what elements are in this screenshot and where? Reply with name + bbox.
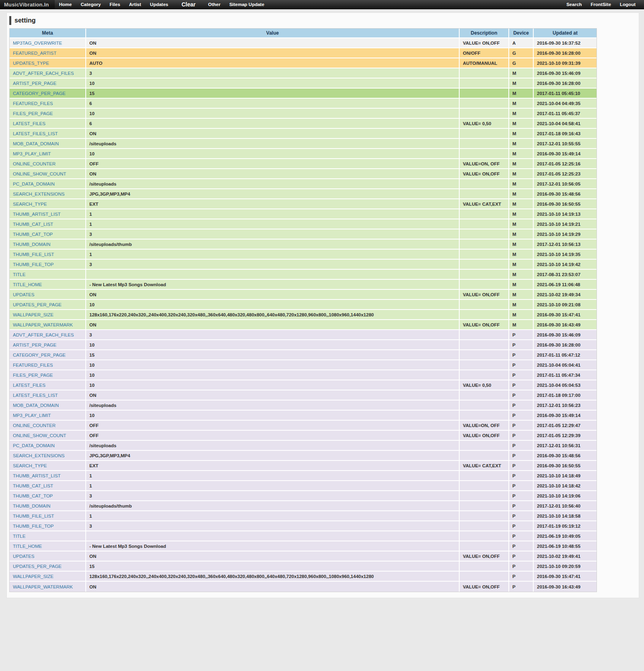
meta-link[interactable]: UPDATES_PER_PAGE: [13, 564, 62, 569]
meta-link[interactable]: CATEGORY_PER_PAGE: [13, 353, 66, 357]
meta-link[interactable]: ONLINE_SHOW_COUNT: [13, 171, 66, 176]
meta-link[interactable]: THUMB_ARTIST_LIST: [13, 212, 61, 217]
meta-link[interactable]: ADVT_AFTER_EACH_FILES: [13, 71, 74, 76]
value-cell: 3: [86, 521, 460, 531]
meta-link[interactable]: FEATURED_FILES: [13, 363, 53, 368]
navbar-menu: Home Category Files Artist Updates Clear…: [55, 0, 562, 9]
nav-item-updates[interactable]: Updates: [146, 0, 173, 9]
brand-logo[interactable]: MusicVibration.In: [0, 0, 55, 9]
meta-link[interactable]: TITLE_HOME: [13, 544, 42, 549]
meta-link[interactable]: WALLPAPER_SIZE: [13, 574, 54, 579]
meta-cell: SEARCH_EXTENSIONS: [10, 451, 86, 461]
meta-link[interactable]: LATEST_FILES: [13, 121, 45, 126]
meta-link[interactable]: LATEST_FILES_LIST: [13, 131, 58, 136]
meta-link[interactable]: MP3TAG_OVERWRITE: [13, 41, 62, 45]
meta-link[interactable]: TITLE: [13, 272, 25, 277]
nav-item-other[interactable]: Other: [204, 0, 225, 9]
meta-link[interactable]: THUMB_CAT_LIST: [13, 222, 53, 227]
description-cell: VALUE= ON,OFF: [460, 320, 509, 330]
meta-link[interactable]: ARTIST_PER_PAGE: [13, 343, 56, 347]
meta-link[interactable]: MP3_PLAY_LIMIT: [13, 413, 51, 418]
nav-item-home[interactable]: Home: [55, 0, 76, 9]
device-cell: P: [509, 471, 534, 481]
meta-link[interactable]: TITLE_HOME: [13, 282, 42, 287]
table-row: MP3TAG_OVERWRITE ON VALUE= ON,OFF A 2016…: [10, 38, 597, 48]
meta-link[interactable]: LATEST_FILES_LIST: [13, 393, 58, 398]
meta-link[interactable]: PC_DATA_DOMAIN: [13, 182, 55, 186]
meta-cell: WALLPAPER_WATERMARK: [10, 582, 86, 592]
device-cell: P: [509, 380, 534, 390]
meta-link[interactable]: FILES_PER_PAGE: [13, 373, 53, 378]
meta-link[interactable]: UPDATES: [13, 554, 34, 559]
page-title: setting: [9, 16, 636, 25]
meta-cell: TITLE: [10, 270, 86, 280]
meta-link[interactable]: THUMB_FILE_LIST: [13, 514, 54, 518]
meta-link[interactable]: FEATURED_ARTIST: [13, 51, 56, 56]
meta-link[interactable]: TITLE: [13, 534, 25, 539]
meta-link[interactable]: SEARCH_EXTENSIONS: [13, 453, 64, 458]
description-cell: [460, 310, 509, 320]
value-cell: 10: [86, 340, 460, 350]
device-cell: P: [509, 431, 534, 441]
nav-item-sitemap-update[interactable]: Sitemap Update: [225, 0, 269, 9]
meta-link[interactable]: THUMB_FILE_TOP: [13, 262, 54, 267]
table-row: FEATURED_FILES 6 M 2021-10-04 04:49:35: [10, 99, 597, 109]
meta-link[interactable]: CATEGORY_PER_PAGE: [13, 91, 66, 96]
meta-link[interactable]: SEARCH_EXTENSIONS: [13, 192, 64, 196]
meta-link[interactable]: UPDATES_PER_PAGE: [13, 302, 62, 307]
nav-item-logout[interactable]: Logout: [615, 0, 640, 9]
meta-link[interactable]: THUMB_CAT_TOP: [13, 493, 53, 498]
meta-link[interactable]: LATEST_FILES: [13, 383, 45, 388]
value-cell: OFF: [86, 421, 460, 431]
meta-link[interactable]: ARTIST_PER_PAGE: [13, 81, 56, 86]
meta-link[interactable]: ONLINE_COUNTER: [13, 161, 56, 166]
table-row: MOB_DATA_DOMAIN /siteuploads M 2017-12-0…: [10, 139, 597, 149]
meta-link[interactable]: THUMB_CAT_LIST: [13, 483, 53, 488]
updated-cell: 2021-06-19 10:48:55: [534, 541, 597, 551]
updated-cell: 2016-09-30 15:47:41: [534, 310, 597, 320]
meta-link[interactable]: PC_DATA_DOMAIN: [13, 443, 55, 448]
meta-link[interactable]: MOB_DATA_DOMAIN: [13, 141, 59, 146]
value-cell: ON: [86, 582, 460, 592]
description-cell: VALUE= CAT,EXT: [460, 199, 509, 209]
meta-link[interactable]: MP3_PLAY_LIMIT: [13, 151, 51, 156]
table-row: LATEST_FILES 6 VALUE= 0,50 M 2021-10-04 …: [10, 119, 597, 129]
meta-link[interactable]: THUMB_FILE_TOP: [13, 524, 54, 529]
description-cell: [460, 441, 509, 451]
meta-link[interactable]: ONLINE_SHOW_COUNT: [13, 433, 66, 438]
meta-link[interactable]: MOB_DATA_DOMAIN: [13, 403, 59, 408]
nav-item-category[interactable]: Category: [76, 0, 105, 9]
nav-item-artist[interactable]: Artist: [125, 0, 146, 9]
updated-cell: 2021-10-10 14:19:06: [534, 491, 597, 501]
nav-item-files[interactable]: Files: [105, 0, 124, 9]
nav-item-clear[interactable]: Clear: [176, 0, 201, 9]
value-cell: /siteuploads: [86, 139, 460, 149]
meta-link[interactable]: WALLPAPER_SIZE: [13, 312, 54, 317]
meta-link[interactable]: WALLPAPER_WATERMARK: [13, 322, 73, 327]
meta-link[interactable]: ADVT_AFTER_EACH_FILES: [13, 332, 74, 337]
meta-link[interactable]: WALLPAPER_WATERMARK: [13, 584, 73, 589]
meta-cell: FEATURED_FILES: [10, 360, 86, 370]
meta-link[interactable]: ONLINE_COUNTER: [13, 423, 56, 428]
meta-cell: TITLE: [10, 531, 86, 541]
meta-link[interactable]: UPDATES_TYPE: [13, 61, 49, 66]
column-header-device: Device: [509, 29, 534, 38]
meta-link[interactable]: FEATURED_FILES: [13, 101, 53, 106]
nav-item-frontsite[interactable]: FrontSite: [586, 0, 615, 9]
meta-link[interactable]: THUMB_FILE_LIST: [13, 252, 54, 257]
table-row: ONLINE_SHOW_COUNT OFF VALUE= ON,OFF P 20…: [10, 431, 597, 441]
meta-link[interactable]: THUMB_DOMAIN: [13, 242, 50, 247]
updated-cell: 2016-09-30 16:37:52: [534, 38, 597, 48]
meta-link[interactable]: THUMB_ARTIST_LIST: [13, 473, 61, 478]
meta-link[interactable]: SEARCH_TYPE: [13, 463, 47, 468]
meta-link[interactable]: SEARCH_TYPE: [13, 202, 47, 206]
table-row: TITLE M 2017-08-31 23:53:07: [10, 270, 597, 280]
updated-cell: 2016-09-30 15:47:41: [534, 572, 597, 582]
meta-link[interactable]: FILES_PER_PAGE: [13, 111, 53, 116]
meta-link[interactable]: UPDATES: [13, 292, 34, 297]
description-cell: [460, 179, 509, 189]
meta-link[interactable]: THUMB_DOMAIN: [13, 504, 50, 508]
meta-link[interactable]: THUMB_CAT_TOP: [13, 232, 53, 237]
meta-cell: WALLPAPER_SIZE: [10, 572, 86, 582]
nav-item-search[interactable]: Search: [562, 0, 586, 9]
